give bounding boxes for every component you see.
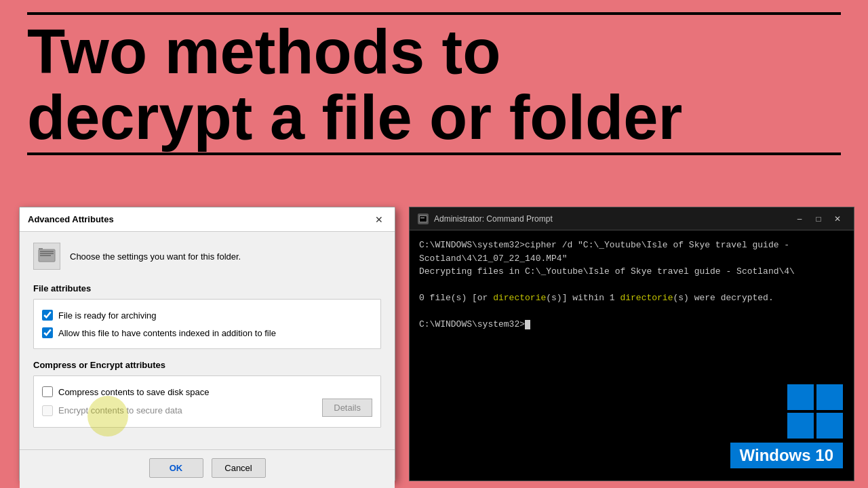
compress-checkbox[interactable]	[42, 386, 53, 397]
windows-grid-icon	[787, 384, 843, 439]
win-tile-2	[816, 384, 843, 410]
dialog-close-button[interactable]: ✕	[372, 212, 387, 227]
cmd-body: C:\WINDOWS\system32>cipher /d "C:\_Youtu…	[410, 230, 854, 340]
compress-checkbox-label: Compress contents to save disk space	[58, 387, 210, 397]
cmd-prompt-line: C:\WINDOWS\system32>	[419, 318, 844, 331]
hero-title-line1: Two methods to	[27, 19, 841, 85]
cmd-maximize-button[interactable]: □	[810, 212, 827, 226]
hero-section: Two methods to decrypt a file or folder	[0, 0, 868, 162]
compress-section: Compress or Encrypt attributes Compress …	[33, 360, 381, 428]
bottom-panels: Advanced Attributes ✕ Choose the setting…	[0, 207, 868, 488]
cmd-title-left: Administrator: Command Prompt	[418, 214, 553, 224]
encrypt-checkbox[interactable]	[42, 405, 53, 416]
cmd-line-5	[419, 305, 844, 319]
compress-label: Compress or Encrypt attributes	[33, 360, 381, 370]
advanced-attributes-dialog: Advanced Attributes ✕ Choose the setting…	[19, 207, 395, 481]
dialog-body: Choose the settings you want for this fo…	[20, 232, 395, 449]
cmd-titlebar: Administrator: Command Prompt – □ ✕	[410, 207, 854, 230]
svg-rect-3	[40, 253, 54, 254]
dialog-title: Advanced Attributes	[28, 214, 114, 224]
details-button[interactable]: Details	[322, 399, 372, 417]
cmd-line-3	[419, 279, 844, 292]
windows10-label: Windows 10	[730, 443, 843, 468]
win-tile-4	[816, 413, 843, 439]
cmd-icon	[418, 214, 429, 224]
ok-button[interactable]: OK	[149, 458, 203, 478]
dialog-footer: OK Cancel	[20, 449, 395, 488]
win-tile-1	[787, 384, 814, 410]
highlight-word: directorie	[493, 293, 546, 303]
encrypt-label: Encrypt contents to secure data	[58, 405, 182, 415]
file-attributes-label: File attributes	[33, 283, 381, 293]
cursor	[525, 320, 530, 329]
archive-checkbox[interactable]	[42, 310, 53, 321]
highlight-word-2: directorie	[620, 293, 673, 303]
win-tile-3	[787, 413, 814, 439]
hero-title-line2: decrypt a file or folder	[27, 85, 841, 150]
compress-group: Compress contents to save disk space Enc…	[33, 375, 381, 428]
cmd-minimize-button[interactable]: –	[791, 212, 808, 226]
cmd-controls: – □ ✕	[791, 212, 846, 226]
svg-rect-2	[40, 251, 54, 252]
cmd-line-2: Decrypting files in C:\_Youtube\Isle of …	[419, 265, 844, 279]
dialog-description: Choose the settings you want for this fo…	[70, 251, 241, 262]
svg-rect-4	[40, 255, 51, 256]
dialog-icon-row: Choose the settings you want for this fo…	[33, 243, 381, 270]
index-label: Allow this file to have contents indexed…	[58, 328, 276, 338]
file-attributes-group: File is ready for archiving Allow this f…	[33, 299, 381, 349]
cmd-close-button[interactable]: ✕	[829, 212, 846, 226]
cmd-line-4: 0 file(s) [or directorie(s)] within 1 di…	[419, 291, 844, 305]
index-checkbox[interactable]	[42, 327, 53, 338]
command-prompt-panel: Administrator: Command Prompt – □ ✕ C:\W…	[409, 207, 854, 481]
index-checkbox-row: Allow this file to have contents indexed…	[42, 324, 372, 342]
windows10-logo: Windows 10	[730, 384, 843, 468]
cmd-title-text: Administrator: Command Prompt	[434, 214, 553, 224]
dialog-folder-icon	[33, 243, 60, 270]
archive-label: File is ready for archiving	[58, 310, 157, 321]
cmd-line-1: C:\WINDOWS\system32>cipher /d "C:\_Youtu…	[419, 239, 844, 265]
cancel-button[interactable]: Cancel	[212, 458, 266, 478]
encrypt-checkbox-row: Encrypt contents to secure data Details	[42, 401, 372, 420]
archive-checkbox-row: File is ready for archiving	[42, 306, 372, 324]
dialog-titlebar: Advanced Attributes ✕	[20, 207, 395, 232]
